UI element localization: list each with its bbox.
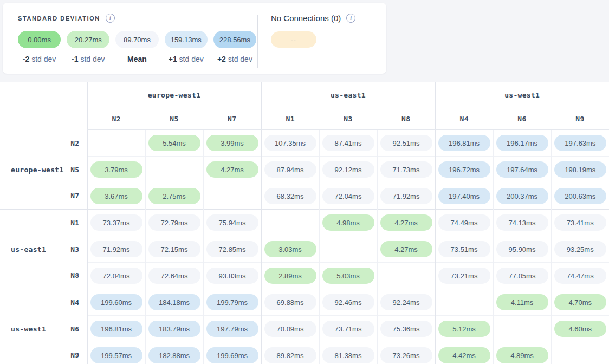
latency-pill[interactable]: 72.04ms xyxy=(90,268,142,284)
latency-pill[interactable]: 4.89ms xyxy=(496,347,548,363)
latency-pill[interactable]: 5.12ms xyxy=(438,321,490,337)
latency-pill[interactable]: 74.13ms xyxy=(496,214,548,231)
latency-pill[interactable]: 4.11ms xyxy=(496,294,548,310)
latency-pill[interactable]: 4.27ms xyxy=(380,241,432,257)
latency-pill[interactable]: 73.71ms xyxy=(322,321,374,337)
latency-pill[interactable]: 199.69ms xyxy=(206,347,258,363)
latency-pill[interactable]: 107.35ms xyxy=(264,135,316,151)
latency-pill[interactable]: 2.89ms xyxy=(264,268,316,284)
latency-cell: 3.99ms xyxy=(203,130,261,157)
latency-pill[interactable]: 71.73ms xyxy=(380,161,432,178)
latency-pill[interactable]: 68.32ms xyxy=(264,188,316,204)
latency-pill[interactable]: 81.38ms xyxy=(322,347,374,363)
latency-pill[interactable]: 92.12ms xyxy=(322,161,374,178)
matrix-body: N25.54ms3.99ms107.35ms87.41ms92.51ms196.… xyxy=(0,130,609,364)
latency-pill[interactable]: 87.94ms xyxy=(264,161,316,178)
latency-pill[interactable]: 3.79ms xyxy=(90,161,142,178)
latency-pill[interactable]: 73.37ms xyxy=(90,214,142,231)
latency-pill[interactable]: 200.63ms xyxy=(554,188,606,204)
region-column-header: europe-west1 xyxy=(87,82,261,108)
latency-pill[interactable]: 198.19ms xyxy=(554,161,606,178)
latency-cell: 4.89ms xyxy=(493,342,551,364)
latency-cell: 4.27ms xyxy=(377,210,435,236)
latency-pill[interactable]: 93.25ms xyxy=(554,241,606,257)
latency-pill[interactable]: 4.70ms xyxy=(554,294,606,310)
row-header-cell: N9 xyxy=(0,342,87,364)
latency-pill[interactable]: 77.05ms xyxy=(496,268,548,284)
latency-pill[interactable]: 93.83ms xyxy=(206,268,258,284)
latency-pill[interactable]: 71.92ms xyxy=(90,241,142,257)
latency-pill[interactable]: 92.51ms xyxy=(380,135,432,151)
latency-cell: 5.54ms xyxy=(145,130,203,157)
latency-pill[interactable]: 71.92ms xyxy=(380,188,432,204)
latency-pill[interactable]: 73.51ms xyxy=(438,241,490,257)
latency-pill[interactable]: 3.03ms xyxy=(264,241,316,257)
latency-pill[interactable]: 200.37ms xyxy=(496,188,548,204)
latency-pill[interactable]: 4.42ms xyxy=(438,347,490,363)
latency-cell: 87.94ms xyxy=(261,157,319,183)
latency-pill[interactable]: 73.21ms xyxy=(438,268,490,284)
latency-pill[interactable]: 5.54ms xyxy=(148,135,200,151)
latency-pill[interactable]: 89.82ms xyxy=(264,347,316,363)
legend-pill: 159.13ms xyxy=(165,31,208,48)
latency-pill[interactable]: 3.67ms xyxy=(90,188,142,204)
latency-pill[interactable]: 196.17ms xyxy=(496,135,548,151)
latency-cell: 182.88ms xyxy=(145,342,203,364)
latency-pill[interactable]: 196.72ms xyxy=(438,161,490,178)
latency-pill[interactable]: 4.60ms xyxy=(554,321,606,337)
latency-pill[interactable]: 75.94ms xyxy=(206,214,258,231)
row-header-cell: us-west1N6 xyxy=(0,316,87,342)
latency-pill[interactable]: 4.98ms xyxy=(322,214,374,231)
latency-pill[interactable]: 4.27ms xyxy=(206,161,258,178)
latency-pill[interactable]: 197.40ms xyxy=(438,188,490,204)
row-header-inner: us-east1N3 xyxy=(0,245,87,253)
latency-cell xyxy=(319,236,377,263)
latency-cell: 198.19ms xyxy=(551,157,609,183)
no-connections-info-icon[interactable]: i xyxy=(346,14,355,23)
latency-pill[interactable]: 72.04ms xyxy=(322,188,374,204)
latency-pill[interactable]: 197.79ms xyxy=(206,321,258,337)
std-dev-info-icon[interactable]: i xyxy=(106,14,115,23)
latency-pill[interactable]: 199.79ms xyxy=(206,294,258,310)
latency-cell: 5.03ms xyxy=(319,263,377,289)
matrix-row: N9199.57ms182.88ms199.69ms89.82ms81.38ms… xyxy=(0,342,609,364)
latency-cell: 200.37ms xyxy=(493,183,551,210)
latency-pill[interactable]: 72.15ms xyxy=(148,241,200,257)
latency-pill[interactable]: 2.75ms xyxy=(148,188,200,204)
latency-pill[interactable]: 73.26ms xyxy=(380,347,432,363)
latency-pill[interactable]: 74.47ms xyxy=(554,268,606,284)
latency-pill[interactable]: 72.79ms xyxy=(148,214,200,231)
latency-pill[interactable]: 196.81ms xyxy=(90,321,142,337)
latency-pill[interactable]: 73.41ms xyxy=(554,214,606,231)
latency-pill[interactable]: 5.03ms xyxy=(322,268,374,284)
row-header-inner: N1 xyxy=(0,219,87,227)
latency-pill[interactable]: 182.88ms xyxy=(148,347,200,363)
region-column-header: us-east1 xyxy=(261,82,435,108)
latency-pill[interactable]: 197.63ms xyxy=(554,135,606,151)
latency-pill[interactable]: 74.49ms xyxy=(438,214,490,231)
latency-cell: 72.64ms xyxy=(145,263,203,289)
latency-pill[interactable]: 183.79ms xyxy=(148,321,200,337)
latency-pill[interactable]: 199.60ms xyxy=(90,294,142,310)
latency-cell: 73.51ms xyxy=(435,236,493,263)
latency-pill[interactable]: 69.88ms xyxy=(264,294,316,310)
latency-pill[interactable]: 4.27ms xyxy=(380,214,432,231)
latency-pill[interactable]: 87.41ms xyxy=(322,135,374,151)
latency-pill[interactable]: 95.90ms xyxy=(496,241,548,257)
legend-pill-label: -2 std dev xyxy=(18,55,61,63)
latency-pill[interactable]: 3.99ms xyxy=(206,135,258,151)
matrix-row: N25.54ms3.99ms107.35ms87.41ms92.51ms196.… xyxy=(0,130,609,157)
latency-pill[interactable]: 70.09ms xyxy=(264,321,316,337)
latency-pill[interactable]: 72.64ms xyxy=(148,268,200,284)
latency-pill[interactable]: 199.57ms xyxy=(90,347,142,363)
latency-pill[interactable]: 92.24ms xyxy=(380,294,432,310)
latency-pill[interactable]: 75.36ms xyxy=(380,321,432,337)
latency-cell: 92.46ms xyxy=(319,289,377,316)
latency-cell: 183.79ms xyxy=(145,316,203,342)
latency-pill[interactable]: 92.46ms xyxy=(322,294,374,310)
latency-pill[interactable]: 196.81ms xyxy=(438,135,490,151)
node-column-header: N1 xyxy=(261,108,319,130)
latency-pill[interactable]: 184.18ms xyxy=(148,294,200,310)
latency-pill[interactable]: 197.64ms xyxy=(496,161,548,178)
latency-pill[interactable]: 72.85ms xyxy=(206,241,258,257)
